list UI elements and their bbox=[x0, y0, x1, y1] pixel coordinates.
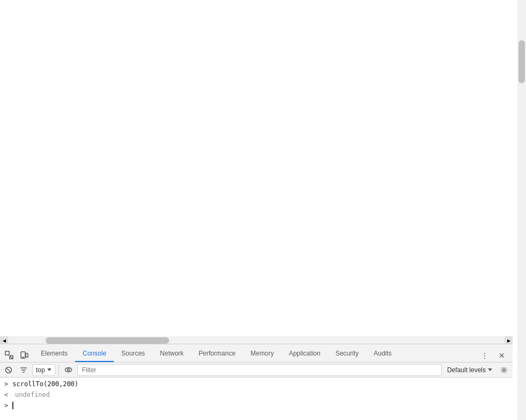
tab-security[interactable]: Security bbox=[328, 346, 366, 362]
tab-memory[interactable]: Memory bbox=[243, 346, 281, 362]
input-prompt-1: > bbox=[4, 379, 8, 389]
svg-point-10 bbox=[65, 368, 72, 372]
scrollbar-thumb[interactable] bbox=[518, 40, 525, 83]
tab-console[interactable]: Console bbox=[75, 346, 114, 362]
svg-rect-0 bbox=[5, 351, 9, 355]
filter-area bbox=[77, 364, 442, 376]
console-toolbar: top Default levels bbox=[0, 363, 513, 378]
tabs-left-icons bbox=[0, 348, 33, 362]
default-levels-button[interactable]: Default levels bbox=[444, 364, 495, 376]
tab-sources[interactable]: Sources bbox=[114, 346, 152, 362]
svg-point-11 bbox=[68, 369, 70, 371]
scroll-thumb[interactable] bbox=[46, 337, 169, 344]
toolbar-divider bbox=[59, 365, 59, 375]
tab-network[interactable]: Network bbox=[152, 346, 191, 362]
right-scrollbar[interactable] bbox=[517, 0, 526, 420]
output-prefix-1: < bbox=[4, 390, 11, 400]
eye-icon[interactable] bbox=[62, 364, 75, 376]
inspect-element-icon[interactable] bbox=[2, 348, 16, 362]
tab-application[interactable]: Application bbox=[281, 346, 328, 362]
devtools-tabs-row: Elements Console Sources Network Perform… bbox=[0, 344, 513, 363]
svg-line-1 bbox=[10, 356, 13, 359]
clear-console-icon[interactable] bbox=[2, 364, 15, 376]
tabs-right-actions: ⋮ ✕ bbox=[478, 349, 513, 362]
browser-viewport bbox=[0, 0, 513, 322]
console-current-prompt[interactable]: > bbox=[4, 400, 508, 411]
context-value: top bbox=[36, 366, 45, 374]
console-content: > scrollTo(200,200) < undefined > bbox=[0, 378, 513, 420]
tab-audits[interactable]: Audits bbox=[366, 346, 399, 362]
context-dropdown-icon bbox=[47, 368, 52, 371]
current-prompt-symbol: > bbox=[4, 401, 8, 410]
default-levels-dropdown-icon bbox=[488, 368, 492, 371]
svg-point-12 bbox=[503, 368, 506, 371]
more-options-button[interactable]: ⋮ bbox=[478, 349, 491, 362]
tab-performance[interactable]: Performance bbox=[191, 346, 243, 362]
tab-elements[interactable]: Elements bbox=[33, 346, 75, 362]
filter-input[interactable] bbox=[80, 364, 439, 376]
context-selector[interactable]: top bbox=[32, 364, 55, 376]
toggle-filter-icon[interactable] bbox=[17, 364, 30, 376]
device-toolbar-icon[interactable] bbox=[17, 348, 31, 362]
console-command-1: scrollTo(200,200) bbox=[12, 379, 78, 389]
console-input-line-1: > scrollTo(200,200) bbox=[4, 379, 508, 389]
svg-rect-3 bbox=[26, 353, 28, 357]
close-devtools-button[interactable]: ✕ bbox=[495, 349, 508, 362]
console-cursor bbox=[12, 402, 17, 409]
default-levels-label: Default levels bbox=[447, 366, 486, 374]
console-output-1: undefined bbox=[15, 390, 50, 400]
devtools-panel: Elements Console Sources Network Perform… bbox=[0, 344, 513, 420]
svg-line-6 bbox=[7, 368, 10, 372]
console-output-line-1: < undefined bbox=[4, 389, 508, 400]
console-settings-icon[interactable] bbox=[498, 364, 510, 376]
